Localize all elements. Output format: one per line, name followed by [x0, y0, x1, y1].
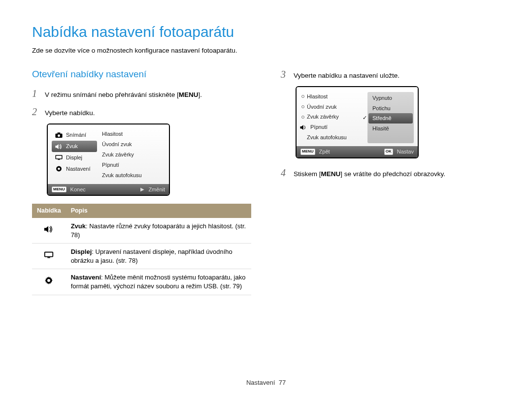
section-heading: Otevření nabídky nastavení	[32, 68, 251, 81]
svg-point-13	[47, 279, 50, 282]
menu-label: Zvuk	[66, 143, 78, 150]
step2-text: Vyberte nabídku.	[45, 109, 95, 118]
step1-pre: V režimu snímání nebo přehrávání stiskně…	[45, 91, 179, 98]
monitor-icon	[55, 154, 63, 161]
row-rest: : Upravení nastavení displeje, například…	[71, 248, 233, 264]
th-popis: Popis	[66, 204, 251, 218]
row-rest: : Nastavte různé zvuky fotoaparátu a jej…	[71, 222, 246, 239]
footer-zpet[interactable]: Zpět	[319, 148, 330, 155]
footer-konec[interactable]: Konec	[70, 186, 86, 193]
speaker-icon	[55, 143, 63, 150]
option-zvuk-zaverky[interactable]: Zvuk závěrky	[101, 150, 165, 160]
opt-autofokus[interactable]: Zvuk autofokusu	[300, 133, 364, 143]
footer-section: Nastavení	[246, 379, 275, 386]
monitor-icon	[32, 244, 66, 269]
menu-label: Nastavení	[66, 165, 91, 173]
svg-marker-9	[44, 226, 48, 232]
camera-icon	[55, 132, 63, 139]
footer-nastav[interactable]: Nastav	[397, 148, 414, 155]
menu-item-displej[interactable]: Displej	[52, 152, 97, 163]
svg-point-8	[58, 168, 60, 170]
menu-item-nastaveni[interactable]: Nastavení	[52, 163, 97, 175]
menu-label: Displej	[66, 154, 82, 161]
th-nabidka: Nabídka	[32, 204, 66, 218]
camera-screen-values: Hlasitost Úvodní zvuk Zvuk závěrky Pípnu…	[296, 86, 419, 158]
opt-hlasitost[interactable]: Hlasitost	[300, 92, 364, 102]
option-pipnuti[interactable]: Pípnutí	[101, 160, 165, 171]
opt-uvodni[interactable]: Úvodní zvuk	[300, 102, 364, 113]
step-3: 3 Vyberte nabídku a nastavení uložte.	[281, 68, 500, 81]
step-number: 4	[281, 166, 289, 180]
step1-post: ].	[198, 91, 202, 98]
step-1: 1 V režimu snímání nebo přehrávání stisk…	[32, 87, 251, 100]
menu-item-snimani[interactable]: Snímání	[52, 129, 97, 141]
option-hlasitost[interactable]: Hlasitost	[101, 129, 165, 140]
menu-key: MENU	[321, 170, 341, 178]
svg-rect-12	[48, 257, 51, 258]
option-zvuk-autofokusu[interactable]: Zvuk autofokusu	[101, 171, 165, 181]
svg-rect-1	[58, 132, 61, 134]
opt-zaverky[interactable]: Zvuk závěrky	[300, 112, 364, 123]
svg-marker-14	[300, 125, 303, 130]
row-bold: Displej	[71, 248, 92, 255]
menu-description-table: Nabídka Popis Zvuk: Nastavte různé zvuky…	[32, 204, 251, 295]
speaker-icon	[32, 218, 66, 244]
step-4: 4 Stiskem [MENU] se vrátíte do předchozí…	[281, 166, 500, 180]
footer-zmenit[interactable]: Změnit	[148, 186, 165, 193]
val-vypnuto[interactable]: Vypnuto	[368, 93, 413, 103]
camera-screen-menu: Snímání Zvuk Displej	[47, 123, 170, 196]
gear-icon	[32, 269, 66, 295]
step4-post: ] se vrátíte do předchozí obrazovky.	[340, 170, 445, 178]
value-list: Vypnuto Potichu Středně Hlasitě	[367, 92, 414, 143]
footer-page: 77	[279, 379, 286, 386]
row-bold: Nastavení	[71, 274, 101, 281]
val-stredne[interactable]: Středně	[368, 113, 413, 123]
speaker-icon	[299, 124, 308, 131]
step4-pre: Stiskem [	[294, 170, 321, 178]
step-number: 1	[32, 87, 40, 100]
menu-label: Snímání	[66, 131, 86, 139]
step3-text: Vyberte nabídku a nastavení uložte.	[294, 71, 399, 80]
gear-icon	[55, 165, 63, 172]
menu-key-badge: MENU	[300, 149, 315, 155]
left-column: Otevření nabídky nastavení 1 V režimu sn…	[32, 68, 251, 295]
page-title: Nabídka nastavení fotoaparátu	[32, 22, 500, 42]
svg-rect-11	[45, 252, 53, 256]
menu-key-badge: MENU	[52, 186, 66, 193]
step-2: 2 Vyberte nabídku.	[32, 105, 251, 119]
val-potichu[interactable]: Potichu	[368, 103, 413, 114]
val-hlasite[interactable]: Hlasitě	[368, 123, 413, 134]
svg-point-2	[58, 134, 60, 137]
table-row: Nastavení: Můžete měnit možnosti systému…	[32, 269, 251, 295]
menu-item-zvuk[interactable]: Zvuk	[52, 141, 97, 152]
svg-rect-5	[56, 156, 62, 159]
step-number: 3	[281, 68, 289, 81]
page-subtitle: Zde se dozvíte více o možnostech konfigu…	[32, 46, 500, 55]
step-number: 2	[32, 105, 40, 119]
opt-pipnuti[interactable]: Pípnutí	[300, 123, 364, 133]
svg-rect-6	[58, 159, 60, 160]
page-footer: Nastavení 77	[0, 378, 532, 387]
ok-key-badge: OK	[384, 149, 393, 155]
row-bold: Zvuk	[71, 222, 86, 230]
arrow-right-icon: ▶	[140, 186, 144, 193]
svg-marker-3	[55, 144, 58, 149]
menu-key: MENU	[179, 91, 199, 98]
table-row: Zvuk: Nastavte různé zvuky fotoaparátu a…	[32, 218, 251, 244]
option-uvodni-zvuk[interactable]: Úvodní zvuk	[101, 140, 165, 150]
table-row: Displej: Upravení nastavení displeje, na…	[32, 244, 251, 269]
right-column: 3 Vyberte nabídku a nastavení uložte. Hl…	[281, 68, 500, 295]
